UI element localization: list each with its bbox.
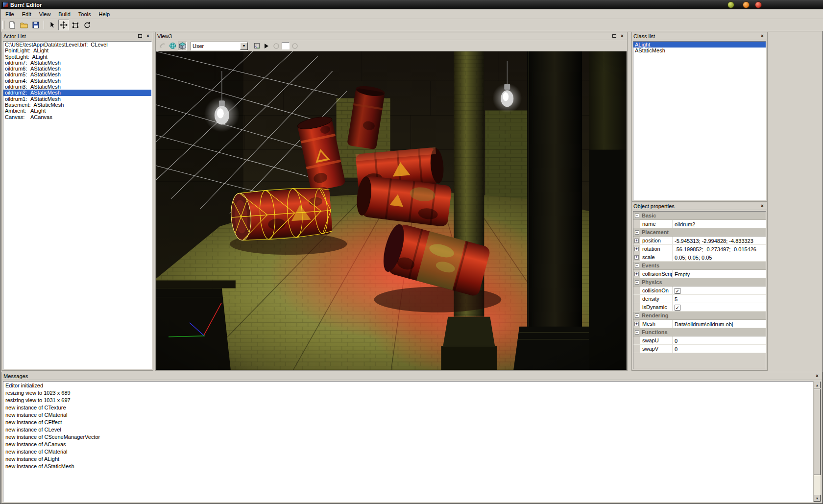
property-value[interactable]: ✓ [673, 303, 766, 311]
property-row[interactable]: +collisionScriptEmpty [633, 270, 766, 278]
property-value[interactable]: 5 [673, 295, 766, 303]
collapse-icon[interactable]: − [635, 214, 639, 218]
property-row[interactable]: swapV0 [633, 345, 766, 353]
actor-row[interactable]: oildrum2:AStaticMesh [3, 90, 151, 96]
menu-item-help[interactable]: Help [95, 10, 114, 18]
scroll-up-button[interactable]: ▲ [814, 382, 821, 388]
class-list-caption[interactable]: Class list × [632, 32, 767, 40]
open-file-button[interactable] [19, 20, 29, 30]
float-panel-button[interactable] [137, 33, 144, 39]
minimize-button[interactable] [727, 1, 734, 8]
property-group-header[interactable]: −Placement [633, 228, 766, 237]
actor-row[interactable]: SpotLight:ALight [3, 54, 151, 60]
property-group-header[interactable]: −Basic [633, 212, 766, 220]
select-tool-button[interactable] [47, 20, 57, 30]
close-button[interactable] [755, 1, 762, 8]
maximize-button[interactable] [743, 1, 750, 8]
property-row[interactable]: +MeshData\oildrum\oildrum.obj [633, 320, 766, 328]
menu-item-build[interactable]: Build [54, 10, 74, 18]
menu-item-tools[interactable]: Tools [74, 10, 95, 18]
collapse-icon[interactable]: − [635, 264, 639, 268]
actor-list-body[interactable]: C:\USE\testApp\Data\testLevel.brf:CLevel… [3, 41, 152, 369]
actor-row[interactable]: PointLight:ALight [3, 48, 151, 53]
expand-icon[interactable]: + [634, 255, 639, 260]
sphere-shading-button[interactable] [168, 42, 177, 50]
actor-row[interactable]: Basement:AStaticMesh [3, 102, 151, 108]
menu-item-edit[interactable]: Edit [18, 10, 35, 18]
property-value[interactable]: 0.05; 0.05; 0.05 [673, 253, 766, 261]
expand-icon[interactable]: + [634, 239, 639, 243]
property-value[interactable]: oildrum2 [673, 220, 766, 228]
collapse-icon[interactable]: − [635, 330, 639, 335]
property-row[interactable]: +rotation-56.199852; -0.273497; -0.01542… [633, 245, 766, 253]
class-row[interactable]: ALight [633, 42, 766, 48]
property-row[interactable]: nameoildrum2 [633, 220, 766, 228]
property-row[interactable]: +scale0.05; 0.05; 0.05 [633, 253, 766, 262]
axes-toggle-button[interactable] [252, 42, 261, 50]
collapse-icon[interactable]: − [635, 280, 639, 285]
new-file-button[interactable] [7, 20, 18, 30]
property-value[interactable]: -56.199852; -0.273497; -0.015426 [673, 245, 766, 253]
play-button[interactable] [262, 42, 271, 50]
disabled-tool-button-2[interactable] [290, 42, 299, 50]
property-group-header[interactable]: −Rendering [633, 312, 766, 320]
property-value[interactable]: ✓ [673, 287, 766, 294]
actor-row[interactable]: oildrum3:AStaticMesh [3, 84, 151, 90]
property-row[interactable]: density5 [633, 295, 766, 303]
actor-row[interactable]: oildrum7:AStaticMesh [3, 60, 151, 66]
move-tool-button[interactable] [58, 20, 69, 30]
actor-row[interactable]: oildrum6:AStaticMesh [3, 66, 151, 72]
collapse-icon[interactable]: − [635, 230, 639, 235]
messages-caption[interactable]: Messages × [2, 372, 822, 380]
property-value[interactable]: -5.945313; -2.994828; -4.833323 [673, 237, 766, 244]
toolbar-grip[interactable] [2, 21, 4, 29]
property-value[interactable]: 0 [673, 345, 766, 353]
title-bar[interactable]: Burn! Editor [0, 0, 823, 9]
menu-item-view[interactable]: View [35, 10, 55, 18]
close-panel-button[interactable]: × [759, 203, 766, 209]
menu-item-file[interactable]: File [1, 10, 18, 18]
viewport-caption[interactable]: View3 × [156, 32, 627, 40]
messages-body[interactable]: Editor initializedresizing view to 1023 … [3, 381, 813, 502]
actor-list-caption[interactable]: Actor List × [2, 32, 153, 40]
disabled-tool-button-1[interactable] [272, 42, 281, 50]
save-button[interactable] [30, 20, 41, 30]
close-panel-button[interactable]: × [619, 33, 626, 39]
property-row[interactable]: isDynamic✓ [633, 303, 766, 312]
class-list-body[interactable]: ALightAStaticMesh [633, 41, 766, 200]
object-properties-caption[interactable]: Object properties × [632, 202, 767, 210]
close-panel-button[interactable]: × [759, 33, 766, 39]
scroll-thumb[interactable] [814, 389, 821, 475]
actor-row[interactable]: Canvas:ACanvas [3, 114, 151, 120]
property-value[interactable]: 0 [673, 336, 766, 344]
rotate-tool-button[interactable] [82, 20, 93, 30]
actor-row[interactable]: C:\USE\testApp\Data\testLevel.brf:CLevel [3, 42, 151, 48]
expand-icon[interactable]: + [634, 272, 639, 276]
actor-row[interactable]: oildrum5:AStaticMesh [3, 72, 151, 77]
property-group-header[interactable]: −Functions [633, 328, 766, 336]
close-panel-button[interactable]: × [145, 33, 151, 39]
camera-select[interactable]: User ▼ [191, 42, 248, 50]
expand-icon[interactable]: + [634, 322, 639, 326]
actor-row[interactable]: oildrum4:AStaticMesh [3, 78, 151, 84]
collapse-icon[interactable]: − [635, 313, 639, 318]
float-panel-button[interactable] [611, 33, 618, 39]
close-panel-button[interactable]: × [814, 373, 821, 379]
expand-icon[interactable]: + [634, 247, 639, 251]
property-grid[interactable]: −Basicnameoildrum2−Placement+position-5.… [633, 211, 766, 369]
actor-row[interactable]: oildrum1:AStaticMesh [3, 96, 151, 102]
checkbox-checked[interactable]: ✓ [675, 305, 680, 311]
property-group-header[interactable]: −Events [633, 262, 766, 270]
property-row[interactable]: swapU0 [633, 336, 766, 345]
property-value[interactable]: Empty [673, 270, 766, 278]
viewport-3d-scene[interactable] [156, 51, 627, 370]
property-value[interactable]: Data\oildrum\oildrum.obj [673, 320, 766, 328]
property-row[interactable]: +position-5.945313; -2.994828; -4.833323 [633, 237, 766, 245]
actor-row[interactable]: Ambient:ALight [3, 108, 151, 114]
camera-nav-button[interactable] [158, 42, 167, 50]
checkbox-checked[interactable]: ✓ [675, 288, 680, 294]
chevron-down-icon[interactable]: ▼ [240, 42, 248, 50]
property-group-header[interactable]: −Physics [633, 278, 766, 287]
class-row[interactable]: AStaticMesh [633, 48, 766, 53]
property-row[interactable]: collisionOn✓ [633, 287, 766, 295]
